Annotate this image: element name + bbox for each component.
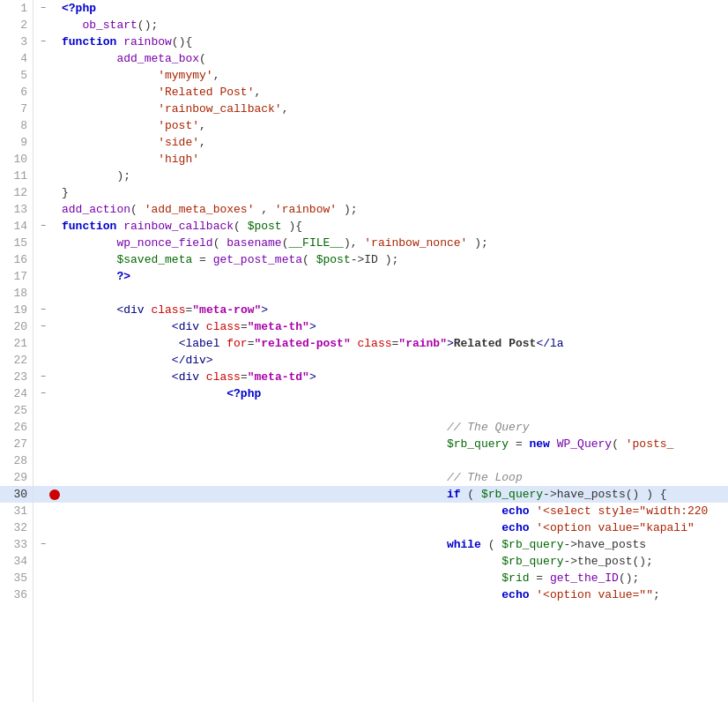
fold-icon-3[interactable]: − [37, 36, 49, 49]
code-line-17: ?> [33, 268, 728, 285]
code-text-10: 'high' [62, 151, 199, 168]
line-number-24: 24 [0, 385, 33, 402]
line-number-3: 3 [0, 34, 33, 50]
no-breakpoint-17 [49, 272, 60, 282]
no-breakpoint-4 [49, 54, 60, 64]
code-line-22: </div> [33, 352, 728, 369]
code-line-14: −function rainbow_callback( $post ){ [33, 218, 728, 235]
no-breakpoint-8 [49, 121, 60, 131]
line-number-31: 31 [0, 503, 33, 519]
code-line-4: add_meta_box( [33, 50, 728, 67]
line-number-4: 4 [0, 50, 33, 67]
line-number-9: 9 [0, 134, 33, 151]
no-breakpoint-29 [49, 473, 60, 483]
line-number-35: 35 [0, 570, 33, 586]
no-breakpoint-31 [49, 506, 60, 517]
code-line-6: 'Related Post', [33, 84, 728, 101]
code-line-23: − <div class="meta-td"> [33, 369, 728, 385]
line-number-1: 1 [0, 0, 33, 17]
no-breakpoint-34 [49, 556, 60, 567]
no-breakpoint-36 [49, 590, 60, 601]
code-text-27: $rb_query = new WP_Query( 'posts_ [62, 436, 673, 452]
code-line-36: echo '<option value=""; [33, 586, 728, 603]
no-breakpoint-24 [49, 389, 60, 400]
code-line-12: } [33, 184, 728, 201]
code-line-13: add_action( 'add_meta_boxes' , 'rainbow'… [33, 201, 728, 218]
line-number-8: 8 [0, 117, 33, 134]
code-line-1: −<?php [33, 0, 728, 17]
no-breakpoint-28 [49, 456, 60, 467]
line-number-22: 22 [0, 352, 33, 369]
code-text-9: 'side', [62, 134, 206, 151]
code-text-5: 'mymymy', [62, 67, 219, 84]
code-text-2: ob_start(); [62, 17, 158, 34]
code-line-27: $rb_query = new WP_Query( 'posts_ [33, 436, 728, 452]
code-line-32: echo '<option value="kapali" [33, 519, 728, 536]
code-text-15: wp_nonce_field( basename(__FILE__), 'rai… [62, 235, 488, 251]
code-line-24: − <?php [33, 385, 728, 402]
no-breakpoint-14 [49, 221, 60, 232]
no-breakpoint-22 [49, 355, 60, 366]
code-line-2: ob_start(); [33, 17, 728, 34]
no-breakpoint-21 [49, 339, 60, 349]
line-number-10: 10 [0, 151, 33, 168]
line-number-20: 20 [0, 318, 33, 335]
no-breakpoint-35 [49, 573, 60, 584]
code-text-11: ); [62, 168, 130, 184]
line-number-7: 7 [0, 101, 33, 117]
fold-icon-24[interactable]: − [37, 388, 49, 400]
code-line-31: echo '<select style="width:220 [33, 503, 728, 519]
no-breakpoint-20 [49, 322, 60, 332]
code-text-22: </div> [62, 352, 213, 369]
code-line-25 [33, 402, 728, 419]
fold-icon-1[interactable]: − [37, 3, 49, 15]
line-number-6: 6 [0, 84, 33, 101]
code-line-19: − <div class="meta-row"> [33, 302, 728, 318]
no-breakpoint-25 [49, 406, 60, 416]
no-breakpoint-7 [49, 104, 60, 115]
code-line-29: // The Loop [33, 469, 728, 486]
code-text-4: add_meta_box( [62, 50, 206, 67]
code-text-17: ?> [62, 268, 130, 285]
no-breakpoint-33 [49, 540, 60, 550]
line-number-19: 19 [0, 302, 33, 318]
code-line-35: $rid = get_the_ID(); [33, 570, 728, 586]
fold-icon-33[interactable]: − [37, 539, 49, 551]
no-breakpoint-16 [49, 255, 60, 265]
line-number-17: 17 [0, 268, 33, 285]
code-text-13: add_action( 'add_meta_boxes' , 'rainbow'… [62, 201, 357, 218]
code-text-24: <?php [62, 385, 261, 402]
code-text-1: <?php [62, 0, 96, 17]
code-line-3: −function rainbow(){ [33, 34, 728, 50]
no-breakpoint-9 [49, 138, 60, 148]
fold-icon-19[interactable]: − [37, 304, 49, 317]
code-line-33: − while ( $rb_query->have_posts [33, 536, 728, 553]
fold-icon-23[interactable]: − [37, 371, 49, 384]
no-breakpoint-5 [49, 71, 60, 81]
breakpoint-30[interactable] [49, 489, 60, 500]
code-line-9: 'side', [33, 134, 728, 151]
code-line-15: wp_nonce_field( basename(__FILE__), 'rai… [33, 235, 728, 251]
code-text-8: 'post', [62, 117, 206, 134]
code-line-10: 'high' [33, 151, 728, 168]
line-number-28: 28 [0, 452, 33, 469]
fold-icon-20[interactable]: − [37, 321, 49, 333]
fold-icon-14[interactable]: − [37, 220, 49, 233]
code-line-8: 'post', [33, 117, 728, 134]
code-text-26: // The Query [62, 419, 530, 436]
code-text-34: $rb_query->the_post(); [62, 553, 653, 570]
no-breakpoint-12 [49, 188, 60, 198]
no-breakpoint-6 [49, 87, 60, 98]
line-number-25: 25 [0, 402, 33, 419]
no-breakpoint-15 [49, 238, 60, 249]
code-line-11: ); [33, 168, 728, 184]
code-text-31: echo '<select style="width:220 [62, 503, 708, 519]
line-number-14: 14 [0, 218, 33, 235]
code-text-3: function rainbow(){ [62, 34, 192, 50]
code-line-26: // The Query [33, 419, 728, 436]
code-line-7: 'rainbow_callback', [33, 101, 728, 117]
no-breakpoint-26 [49, 422, 60, 433]
code-editor: 1234567891011121314151617181920212223242… [0, 0, 728, 702]
code-line-20: − <div class="meta-th"> [33, 318, 728, 335]
code-text-16: $saved_meta = get_post_meta( $post->ID )… [62, 251, 398, 268]
